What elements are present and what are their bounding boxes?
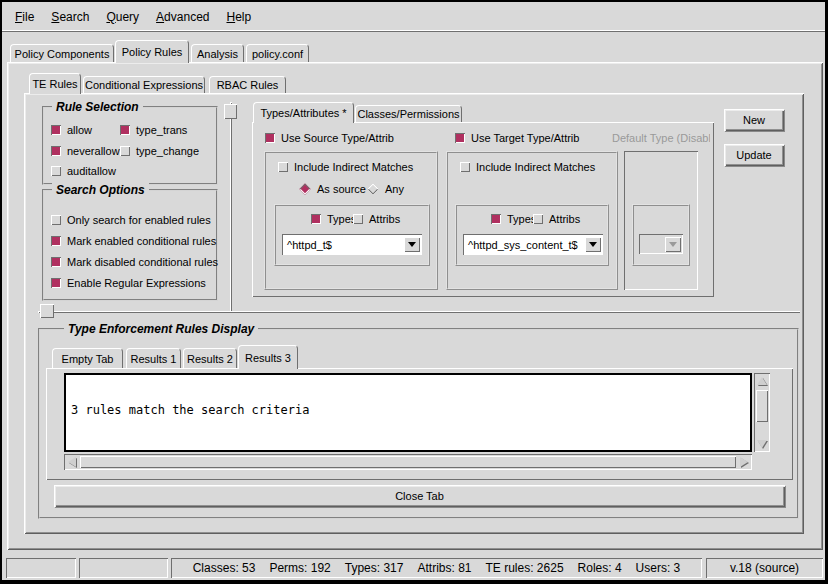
chevron-down-icon: [408, 242, 416, 247]
checkbox-target-include-indirect[interactable]: Include Indirect Matches: [460, 161, 595, 173]
menu-bar: File Search Query Advanced Help: [2, 2, 825, 32]
checkbox-label: type_trans: [136, 124, 187, 136]
tab-analysis[interactable]: Analysis: [191, 44, 244, 62]
checkbox-label: Attribs: [369, 213, 400, 225]
checkbox-auditallow[interactable]: auditallow: [51, 165, 116, 177]
checkbox-only-enabled-rules[interactable]: Only search for enabled rules: [51, 214, 211, 226]
scroll-down-button[interactable]: [754, 437, 770, 451]
horizontal-scrollbar[interactable]: [64, 454, 752, 470]
policy-version: v.18 (source): [730, 561, 799, 575]
radio-as-source[interactable]: As source: [299, 183, 366, 195]
checkbox-type-trans[interactable]: type_trans: [120, 124, 187, 136]
scroll-right-button[interactable]: [737, 455, 751, 469]
stat-te-rules: TE rules: 2625: [486, 561, 564, 575]
checkbox-indicator: [311, 214, 321, 224]
results-text-area: 3 rules match the search criteria (5822)…: [64, 373, 752, 452]
checkbox-label: Use Target Type/Attrib: [471, 132, 579, 144]
rule-selection-title: Rule Selection: [52, 100, 143, 114]
checkbox-source-types[interactable]: Types: [311, 213, 356, 225]
checkbox-indicator: [120, 125, 130, 135]
status-segment-stats: Classes: 53 Perms: 192 Types: 317 Attrib…: [171, 558, 702, 578]
checkbox-label: allow: [67, 124, 92, 136]
checkbox-source-attribs[interactable]: Attribs: [353, 213, 400, 225]
vertical-scrollbar[interactable]: [754, 373, 770, 452]
checkbox-use-source-type[interactable]: Use Source Type/Attrib: [265, 132, 394, 144]
chevron-down-icon: [669, 242, 677, 247]
menu-help[interactable]: Help: [226, 10, 251, 24]
update-button[interactable]: Update: [724, 144, 784, 166]
tab-policy-components[interactable]: Policy Components: [10, 44, 114, 62]
tab-empty-tab[interactable]: Empty Tab: [52, 348, 123, 368]
checkbox-indicator: [455, 133, 465, 143]
radio-label: Any: [385, 183, 404, 195]
tab-results-2[interactable]: Results 2: [183, 348, 237, 368]
checkbox-indicator: [51, 215, 61, 225]
checkbox-neverallow[interactable]: neverallow: [51, 145, 120, 157]
tab-conditional-expressions[interactable]: Conditional Expressions: [83, 76, 205, 93]
checkbox-use-target-type[interactable]: Use Target Type/Attrib: [455, 132, 579, 144]
radio-indicator: [299, 183, 310, 194]
tab-policy-rules[interactable]: Policy Rules: [115, 40, 189, 63]
stat-users: Users: 3: [636, 561, 681, 575]
tab-te-rules[interactable]: TE Rules: [29, 73, 81, 94]
tab-classes-permissions[interactable]: Classes/Permissions: [355, 105, 462, 122]
horizontal-scrollbar-thumb[interactable]: [80, 456, 736, 468]
results-summary: 3 rules match the search criteria: [71, 404, 745, 417]
menu-query[interactable]: Query: [106, 10, 139, 24]
tab-types-attributes[interactable]: Types/Attributes *: [253, 102, 354, 123]
status-segment-left: [6, 558, 76, 578]
menu-file[interactable]: File: [15, 10, 34, 24]
checkbox-label: Include Indirect Matches: [294, 161, 413, 173]
status-segment-version: v.18 (source): [706, 558, 823, 578]
checkbox-indicator: [51, 125, 61, 135]
checkbox-enable-regex[interactable]: Enable Regular Expressions: [51, 277, 206, 289]
scroll-up-button[interactable]: [754, 374, 770, 388]
radio-label: As source: [317, 183, 366, 195]
checkbox-label: Enable Regular Expressions: [67, 277, 206, 289]
arrow-left-icon: [68, 457, 76, 467]
horizontal-sash-handle[interactable]: [40, 304, 54, 318]
target-type-combobox[interactable]: ^httpd_sys_content_t$: [463, 234, 603, 255]
checkbox-label: Attribs: [549, 213, 580, 225]
combobox-dropdown-button[interactable]: [404, 237, 420, 252]
checkbox-label: Use Source Type/Attrib: [281, 132, 394, 144]
stat-types: Types: 317: [345, 561, 404, 575]
arrow-up-icon: [757, 377, 767, 385]
arrow-down-icon: [757, 440, 767, 448]
checkbox-allow[interactable]: allow: [51, 124, 92, 136]
checkbox-indicator: [51, 257, 61, 267]
menu-advanced[interactable]: Advanced: [156, 10, 209, 24]
checkbox-indicator: [353, 214, 363, 224]
tab-rbac-rules[interactable]: RBAC Rules: [209, 76, 286, 93]
radio-indicator: [367, 183, 378, 194]
combobox-dropdown-button: [665, 237, 681, 252]
checkbox-target-attribs[interactable]: Attribs: [533, 213, 580, 225]
radio-any[interactable]: Any: [367, 183, 404, 195]
stat-roles: Roles: 4: [578, 561, 622, 575]
tab-results-3[interactable]: Results 3: [238, 345, 298, 369]
checkbox-target-types[interactable]: Types: [491, 213, 536, 225]
close-tab-button[interactable]: Close Tab: [54, 485, 785, 507]
vertical-sash: [230, 102, 232, 312]
combobox-dropdown-button[interactable]: [585, 237, 601, 252]
checkbox-type-change[interactable]: type_change: [120, 145, 199, 157]
checkbox-mark-disabled-conditional[interactable]: Mark disabled conditional rules: [51, 256, 218, 268]
tab-policy-conf[interactable]: policy.conf: [246, 44, 309, 62]
tab-results-1[interactable]: Results 1: [126, 348, 181, 368]
combobox-value: ^httpd_t$: [283, 239, 404, 251]
checkbox-source-include-indirect[interactable]: Include Indirect Matches: [278, 161, 413, 173]
blank-line: [71, 443, 745, 452]
vertical-sash-handle[interactable]: [224, 104, 237, 119]
vertical-scrollbar-thumb[interactable]: [756, 390, 768, 422]
new-button[interactable]: New: [724, 109, 784, 131]
apol-window: File Search Query Advanced Help Policy C…: [0, 0, 828, 584]
checkbox-indicator: [51, 166, 61, 176]
source-type-combobox[interactable]: ^httpd_t$: [282, 234, 422, 255]
checkbox-mark-enabled-conditional[interactable]: Mark enabled conditional rules: [51, 235, 216, 247]
menu-search[interactable]: Search: [51, 10, 89, 24]
stat-attribs: Attribs: 81: [417, 561, 471, 575]
chevron-down-icon: [589, 242, 597, 247]
arrow-right-icon: [740, 457, 748, 467]
checkbox-indicator: [265, 133, 275, 143]
scroll-left-button[interactable]: [65, 455, 79, 469]
